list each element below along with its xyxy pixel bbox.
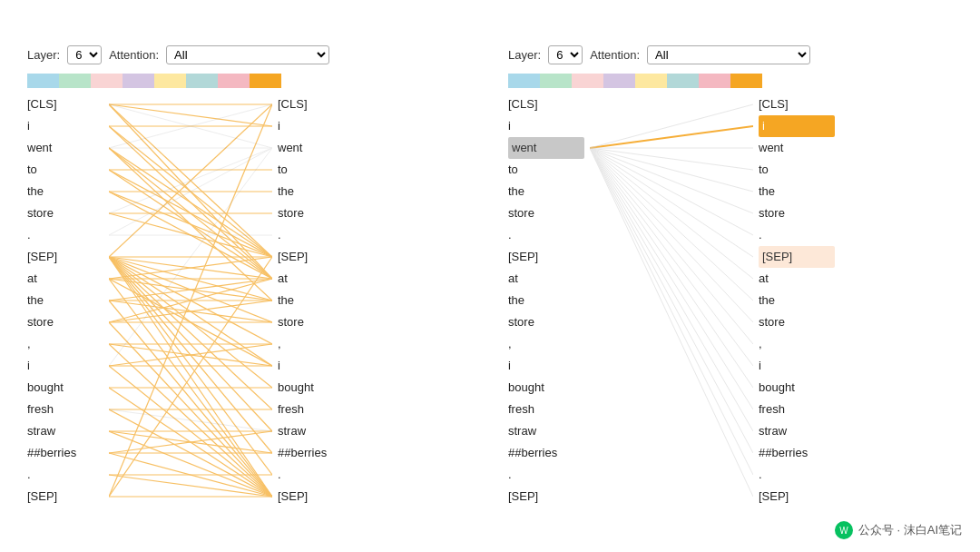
token2-comma-left: , — [508, 333, 584, 355]
svg-line-86 — [590, 148, 753, 388]
token-bought-right: bought — [278, 377, 354, 399]
token-list-left-2: [CLS] i went to the store . [SEP] at the… — [508, 94, 590, 508]
token2-fresh-right: fresh — [759, 399, 835, 420]
attention-label-1: Attention: — [109, 48, 159, 62]
layer-select-2[interactable]: 6 — [548, 45, 583, 64]
main-container: Layer: 6 Attention: All [CLS] i went — [0, 27, 980, 526]
swatch-1-7 — [250, 74, 281, 88]
swatch-2-0 — [508, 74, 540, 88]
token2-cls-right: [CLS] — [759, 94, 835, 115]
token2-bought-right: bought — [759, 377, 835, 399]
token2-berries-left: ##berries — [508, 442, 584, 464]
swatch-2-4 — [635, 74, 667, 88]
token2-the-right: the — [759, 181, 835, 202]
svg-line-73 — [590, 126, 753, 148]
svg-area-1 — [109, 94, 272, 508]
attention-select-1[interactable]: All — [166, 45, 329, 64]
svg-line-76 — [590, 148, 753, 170]
svg-line-74 — [590, 104, 753, 148]
layer-select-1[interactable]: 6 — [67, 45, 102, 64]
token-straw-left: straw — [27, 420, 103, 442]
layer-label-2: Layer: — [508, 48, 541, 62]
token-went-left: went — [27, 137, 103, 159]
token-the-left: the — [27, 181, 103, 202]
token-at-left: at — [27, 268, 103, 290]
token-store-left: store — [27, 202, 103, 224]
svg-area-2 — [590, 94, 753, 508]
swatch-1-0 — [27, 74, 59, 88]
token-list-right-1: [CLS] i went to the store . [SEP] at the… — [272, 94, 354, 508]
token-the2-right: the — [278, 290, 354, 311]
token2-store2-left: store — [508, 311, 584, 333]
swatch-2-7 — [730, 74, 762, 88]
swatch-1-1 — [59, 74, 91, 88]
token2-sep2-right: [SEP] — [759, 486, 835, 508]
attention-label-2: Attention: — [590, 48, 640, 62]
token-the-right: the — [278, 181, 354, 202]
token2-i-left: i — [508, 115, 584, 137]
token-went-right: went — [278, 137, 354, 159]
token2-i2-left: i — [508, 355, 584, 377]
token2-comma-right: , — [759, 333, 835, 355]
token-the2-left: the — [27, 290, 103, 311]
token-dot1-right: . — [278, 224, 354, 246]
token2-fresh-left: fresh — [508, 399, 584, 420]
token2-the2-left: the — [508, 290, 584, 311]
swatch-2-2 — [572, 74, 603, 88]
attention-viz-2: [CLS] i went to the store . [SEP] at the… — [508, 94, 953, 508]
token2-berries-right: ##berries — [759, 442, 835, 464]
token2-i2-right: i — [759, 355, 835, 377]
attention-viz-1: [CLS] i went to the store . [SEP] at the… — [27, 94, 472, 508]
token-store2-right: store — [278, 311, 354, 333]
token2-to-right: to — [759, 159, 835, 181]
token2-cls-left: [CLS] — [508, 94, 584, 115]
svg-line-83 — [590, 148, 753, 322]
token2-the-left: the — [508, 181, 584, 202]
color-bar-1 — [27, 74, 281, 88]
token-fresh-right: fresh — [278, 399, 354, 420]
swatch-1-2 — [91, 74, 122, 88]
token2-straw-left: straw — [508, 420, 584, 442]
token-cls-left: [CLS] — [27, 94, 103, 115]
token-i2-left: i — [27, 355, 103, 377]
token-bought-left: bought — [27, 377, 103, 399]
watermark: W 公众号 · 沫白AI笔记 — [835, 521, 962, 539]
token2-sep1-left: [SEP] — [508, 246, 584, 268]
token2-to-left: to — [508, 159, 584, 181]
token2-sep1-right: [SEP] — [759, 246, 835, 268]
token2-sep2-left: [SEP] — [508, 486, 584, 508]
swatch-2-3 — [603, 74, 635, 88]
svg-line-72 — [109, 409, 272, 431]
token2-straw-right: straw — [759, 420, 835, 442]
token-store-right: store — [278, 202, 354, 224]
token-store2-left: store — [27, 311, 103, 333]
token-i-left: i — [27, 115, 103, 137]
token-i2-right: i — [278, 355, 354, 377]
wechat-icon: W — [835, 521, 853, 539]
panel-1: Layer: 6 Attention: All [CLS] i went — [27, 45, 472, 508]
token2-went-left: went — [508, 137, 584, 159]
layer-label-1: Layer: — [27, 48, 60, 62]
svg-line-91 — [590, 148, 753, 497]
svg-line-84 — [590, 148, 753, 344]
token-dot2-left: . — [27, 464, 103, 486]
swatch-1-3 — [122, 74, 154, 88]
token-dot2-right: . — [278, 464, 354, 486]
svg-line-82 — [590, 148, 753, 301]
svg-line-89 — [590, 148, 753, 453]
svg-text:W: W — [839, 526, 848, 536]
svg-line-80 — [590, 148, 753, 257]
color-bar-2 — [508, 74, 762, 88]
svg-lines-1 — [109, 94, 272, 508]
token-to-right: to — [278, 159, 354, 181]
swatch-1-6 — [218, 74, 250, 88]
token-dot1-left: . — [27, 224, 103, 246]
token-cls-right: [CLS] — [278, 94, 354, 115]
token2-i-right: i — [759, 115, 835, 137]
svg-line-39 — [109, 301, 272, 497]
attention-select-2[interactable]: All — [647, 45, 810, 64]
token-sep2-left: [SEP] — [27, 486, 103, 508]
token-comma-left: , — [27, 333, 103, 355]
token2-store2-right: store — [759, 311, 835, 333]
token2-the2-right: the — [759, 290, 835, 311]
